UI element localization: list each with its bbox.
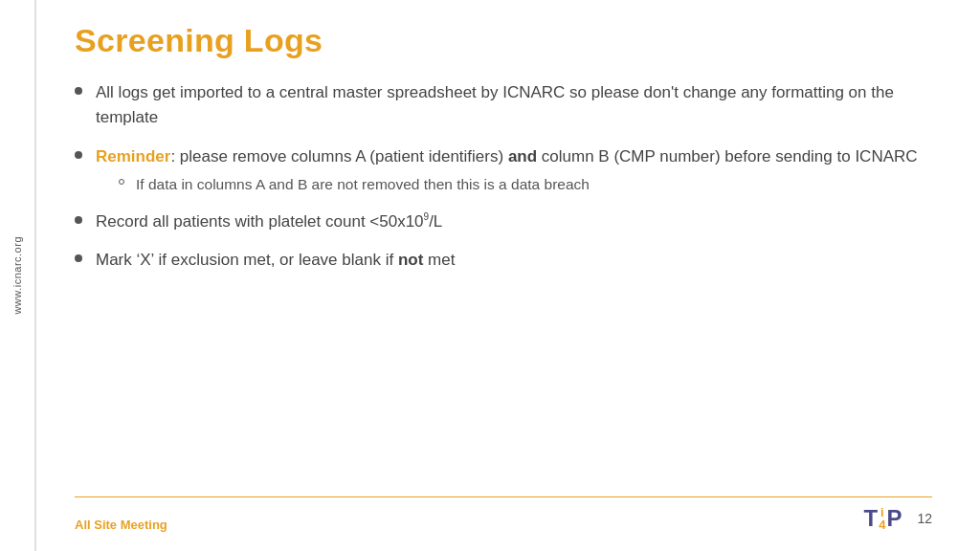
bullet4-pre: Mark ‘X’ if exclusion met, or leave blan… bbox=[96, 251, 398, 269]
sub-bullet-text: If data in columns A and B are not remov… bbox=[136, 173, 590, 196]
content-area: All logs get imported to a central maste… bbox=[75, 80, 932, 493]
bullet-list: All logs get imported to a central maste… bbox=[75, 80, 932, 274]
list-item: Reminder: please remove columns A (patie… bbox=[75, 144, 932, 196]
page-title: Screening Logs bbox=[75, 22, 932, 59]
logo-p: P bbox=[886, 505, 902, 532]
sub-dot bbox=[119, 179, 124, 185]
main-content: Screening Logs All logs get imported to … bbox=[36, 0, 980, 551]
bullet4-not: not bbox=[398, 251, 423, 269]
bullet-text-3: Record all patients with platelet count … bbox=[96, 209, 932, 234]
logo-t: T bbox=[864, 505, 879, 532]
list-item: Mark ‘X’ if exclusion met, or leave blan… bbox=[75, 248, 932, 273]
bullet-text-4: Mark ‘X’ if exclusion met, or leave blan… bbox=[96, 248, 932, 273]
logo-number: i 4 bbox=[879, 506, 885, 531]
bullet3-pre: Record all patients with platelet count … bbox=[96, 212, 424, 231]
list-item: All logs get imported to a central maste… bbox=[75, 80, 932, 131]
sidebar-url: www.icnarc.org bbox=[11, 236, 23, 315]
list-item: Record all patients with platelet count … bbox=[75, 209, 932, 234]
bullet-text-1: All logs get imported to a central maste… bbox=[96, 80, 932, 131]
footer-meeting-label: All Site Meeting bbox=[75, 518, 167, 532]
bullet2-and: and bbox=[508, 147, 537, 165]
bullet-dot bbox=[75, 254, 82, 262]
bullet4-post: met bbox=[423, 251, 455, 269]
tip-logo: T i 4 P bbox=[864, 505, 902, 532]
reminder-highlight: Reminder bbox=[96, 147, 170, 165]
footer: All Site Meeting T i 4 P 12 bbox=[75, 496, 932, 532]
bullet2-end: column B (CMP number) before sending to … bbox=[537, 147, 917, 165]
sidebar: www.icnarc.org bbox=[0, 0, 36, 551]
bullet-dot bbox=[75, 216, 82, 224]
sub-list-item: If data in columns A and B are not remov… bbox=[119, 173, 932, 196]
bullet3-post: /L bbox=[429, 212, 442, 231]
bullet-dot bbox=[75, 87, 82, 95]
footer-right: T i 4 P 12 bbox=[864, 505, 933, 532]
bullet2-rest: : please remove columns A (patient ident… bbox=[170, 147, 507, 165]
page-number: 12 bbox=[917, 511, 932, 526]
bullet-text-2: Reminder: please remove columns A (patie… bbox=[96, 144, 932, 196]
logo-4: 4 bbox=[879, 518, 885, 531]
sub-list: If data in columns A and B are not remov… bbox=[96, 173, 932, 196]
bullet-dot bbox=[75, 151, 82, 159]
